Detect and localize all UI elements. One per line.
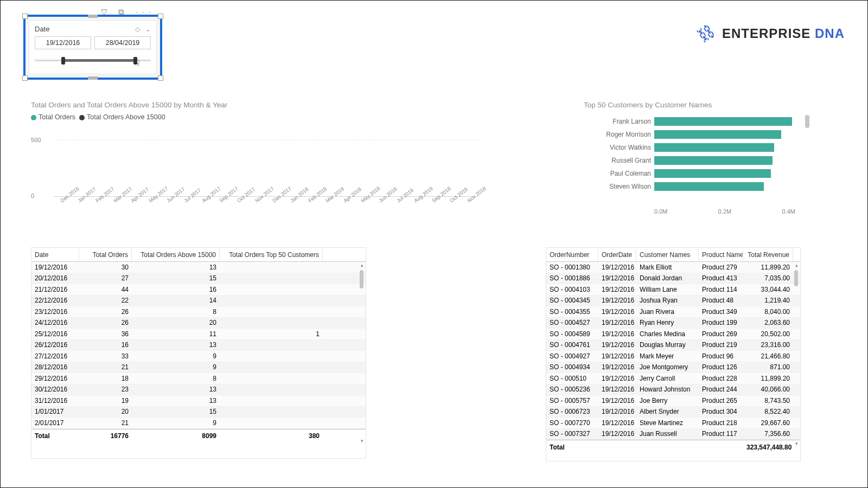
top-customers-chart[interactable]: Top 50 Customers by Customer Names Frank…: [584, 101, 795, 215]
date-slider[interactable]: ☟: [35, 55, 151, 67]
cell: SO - 0004589: [546, 330, 598, 338]
bar[interactable]: [654, 143, 774, 152]
cell: 19/12/2016: [598, 341, 636, 349]
col-header[interactable]: Customer Names: [636, 249, 699, 261]
col-header[interactable]: Total Orders Top 50 Customers: [220, 249, 323, 261]
cell: 24/12/2016: [31, 319, 79, 326]
col-header[interactable]: OrderNumber: [546, 249, 598, 261]
table-row[interactable]: SO - 000410319/12/2016William LaneProduc…: [546, 284, 800, 296]
cell: SO - 0007327: [546, 430, 598, 438]
cell: 18: [79, 375, 132, 382]
table-row[interactable]: 19/12/20163013: [31, 262, 366, 273]
col-header[interactable]: Date: [31, 249, 79, 261]
date-start-input[interactable]: 19/12/2016: [35, 36, 91, 49]
table-row[interactable]: SO - 000672319/12/2016Albert SnyderProdu…: [546, 407, 800, 418]
scroll-down-icon[interactable]: ▾: [359, 438, 365, 444]
cell: Charles Medina: [636, 330, 699, 338]
table-row[interactable]: SO - 000138019/12/2016Mark ElliottProduc…: [546, 262, 800, 273]
scroll-down-icon[interactable]: ▾: [793, 441, 800, 446]
scrollbar[interactable]: ▴ ▾: [793, 262, 800, 446]
cell: Juan Russell: [636, 430, 699, 438]
table-row[interactable]: SO - 000476119/12/2016Douglas MurrayProd…: [546, 340, 800, 351]
cell: 33: [79, 352, 132, 360]
cell: Product 349: [699, 308, 743, 316]
cell: Product 218: [699, 419, 743, 427]
cell: 20/12/2016: [31, 274, 79, 282]
slider-thumb-start[interactable]: [61, 57, 65, 65]
table-row[interactable]: 21/12/20164416: [31, 284, 366, 296]
bar[interactable]: [654, 156, 773, 165]
resize-handle[interactable]: [158, 75, 163, 81]
cell: 29/12/2016: [31, 375, 79, 382]
table-row[interactable]: SO - 000575719/12/2016Joe BerryProduct 2…: [546, 395, 800, 407]
table-row[interactable]: SO - 000523619/12/2016Howard JohnstonPro…: [546, 384, 800, 396]
bar[interactable]: [654, 130, 781, 139]
bar[interactable]: [654, 182, 764, 191]
resize-handle[interactable]: [88, 15, 98, 18]
customer-name: Russell Grant: [584, 157, 654, 164]
table-row[interactable]: SO - 000452719/12/2016Ryan HenryProduct …: [546, 318, 800, 329]
col-header[interactable]: Total Revenue: [743, 249, 793, 261]
table-row[interactable]: SO - 00051019/12/2016Jerry CarrollProduc…: [546, 373, 800, 384]
table-row[interactable]: 30/12/20162313: [31, 384, 366, 396]
cell: 19/12/2016: [598, 286, 636, 293]
table-row[interactable]: 25/12/201636111: [31, 329, 366, 340]
table-row[interactable]: SO - 000727019/12/2016Steve MartinezProd…: [546, 418, 800, 429]
cell: Jerry Carroll: [636, 375, 699, 382]
col-header[interactable]: Total Orders Above 15000: [132, 249, 220, 261]
scrollbar-thumb[interactable]: [805, 115, 809, 128]
table-row[interactable]: SO - 000492719/12/2016Mark MeyerProduct …: [546, 351, 800, 362]
bar[interactable]: [654, 117, 792, 126]
cell: SO - 0005757: [546, 397, 598, 404]
col-header[interactable]: Product Name: [699, 249, 743, 261]
cell: 29,667.60: [743, 419, 793, 427]
cell: 2/01/2017: [31, 419, 79, 427]
resize-handle[interactable]: [22, 14, 28, 19]
table-row[interactable]: 31/12/20161913: [31, 395, 366, 407]
cell: 31/12/2016: [31, 397, 79, 404]
scroll-up-icon[interactable]: ▴: [359, 262, 365, 268]
table-row[interactable]: 1/01/20172015: [31, 407, 366, 418]
scrollbar-thumb[interactable]: [794, 270, 798, 286]
scrollbar-thumb[interactable]: [360, 270, 363, 288]
table-row[interactable]: SO - 000493419/12/2016Joe MontgomeryProd…: [546, 362, 800, 374]
table-row[interactable]: SO - 000458919/12/2016Charles MedinaProd…: [546, 329, 800, 340]
table-row[interactable]: 2/01/2017219: [31, 418, 366, 429]
total-value: 323,547,448.80: [743, 444, 793, 451]
cell: 19/12/2016: [598, 386, 636, 393]
cursor-hand-icon: ☟: [135, 58, 140, 68]
table-row[interactable]: SO - 000732719/12/2016Juan RussellProduc…: [546, 429, 800, 440]
y-tick: 500: [31, 137, 41, 143]
scroll-up-icon[interactable]: ▴: [793, 262, 800, 268]
cell: 19: [79, 397, 132, 404]
table-row[interactable]: 29/12/2016188: [31, 373, 366, 384]
resize-handle[interactable]: [158, 14, 163, 19]
bar[interactable]: [654, 169, 771, 178]
cell: 2,063.60: [743, 319, 793, 326]
table-row[interactable]: 24/12/20162620: [31, 318, 366, 329]
table-row[interactable]: 23/12/2016268: [31, 306, 366, 318]
orders-detail-table[interactable]: OrderNumber OrderDate Customer Names Pro…: [546, 247, 801, 461]
total-label: Total: [546, 444, 598, 451]
table-row[interactable]: SO - 000188619/12/2016Donald JordanProdu…: [546, 273, 800, 285]
eraser-icon[interactable]: ◇: [135, 25, 140, 33]
resize-handle[interactable]: [88, 76, 98, 80]
scrollbar[interactable]: ▴ ▾: [359, 262, 365, 444]
table-row[interactable]: 26/12/20161613: [31, 340, 366, 351]
table-row[interactable]: SO - 000434519/12/2016Joshua RyanProduct…: [546, 296, 800, 307]
orders-summary-table[interactable]: Date Total Orders Total Orders Above 150…: [31, 247, 366, 459]
table-row[interactable]: SO - 000435519/12/2016Juan RiveraProduct…: [546, 306, 800, 318]
date-end-input[interactable]: 28/04/2019: [94, 36, 151, 49]
cell: SO - 0004355: [546, 308, 598, 316]
cell: SO - 000510: [546, 375, 598, 382]
date-slicer[interactable]: Date ◇ ⌄ 19/12/2016 28/04/2019 ☟: [23, 15, 162, 80]
resize-handle[interactable]: [22, 75, 28, 81]
chevron-down-icon[interactable]: ⌄: [145, 25, 151, 33]
orders-bar-chart[interactable]: Total Orders and Total Orders Above 1500…: [31, 101, 478, 212]
col-header[interactable]: OrderDate: [598, 249, 636, 261]
table-row[interactable]: 27/12/2016339: [31, 351, 366, 362]
table-row[interactable]: 20/12/20162715: [31, 273, 366, 285]
table-row[interactable]: 22/12/20162214: [31, 296, 366, 307]
table-row[interactable]: 28/12/2016219: [31, 362, 366, 374]
col-header[interactable]: Total Orders: [79, 249, 132, 261]
